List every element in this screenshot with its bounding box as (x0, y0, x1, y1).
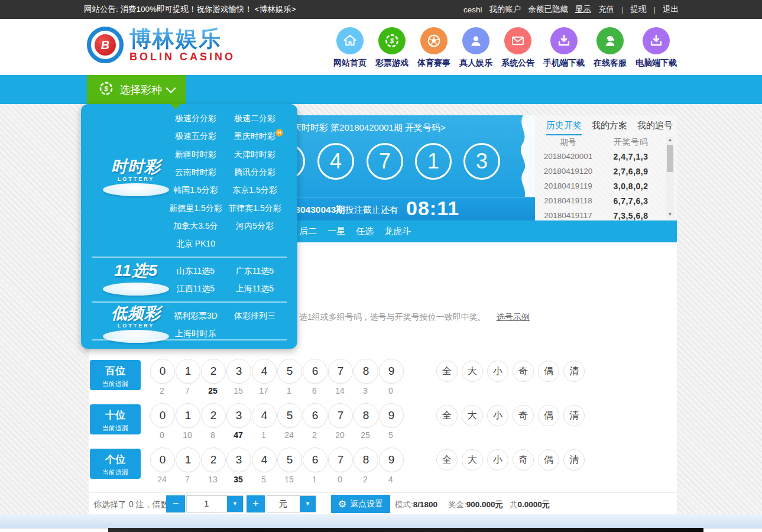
quick-select-button[interactable]: 小 (487, 405, 508, 426)
digit-ball[interactable]: 3 (226, 447, 251, 472)
table-row[interactable]: 201804191193,0,8,0,2 (535, 179, 660, 193)
lottery-link[interactable]: 极速分分彩 (175, 113, 216, 124)
nav-item-soccer[interactable]: 体育赛事 (417, 27, 450, 69)
dropdown-arrow-icon[interactable]: ▼ (300, 496, 316, 512)
table-row[interactable]: 201804191186,7,7,6,3 (535, 193, 660, 208)
digit-ball[interactable]: 5 (277, 359, 302, 384)
lottery-link[interactable]: 极速二分彩 (234, 113, 275, 124)
lottery-link[interactable]: 腾讯分分彩 (234, 167, 275, 178)
digit-ball[interactable]: 2 (201, 447, 226, 472)
digit-ball[interactable]: 4 (252, 359, 277, 384)
digit-ball[interactable]: 0 (150, 359, 175, 384)
digit-ball[interactable]: 7 (328, 359, 353, 384)
quick-select-button[interactable]: 清 (563, 449, 585, 471)
lottery-link[interactable]: 广东11选5 (236, 266, 274, 277)
lottery-select-button[interactable]: $ 选择彩种 (87, 75, 186, 104)
digit-ball[interactable]: 8 (354, 359, 378, 384)
bet-type-tab-0[interactable]: 后二 (299, 226, 317, 237)
digit-ball[interactable]: 8 (354, 447, 378, 472)
lottery-link[interactable]: 加拿大3.5分 (173, 221, 218, 232)
quick-select-button[interactable]: 小 (487, 449, 508, 471)
digit-ball[interactable]: 5 (277, 403, 302, 428)
lottery-link[interactable]: 东京1.5分彩 (232, 185, 277, 196)
logout-link[interactable]: 退出 (663, 4, 679, 15)
quick-select-button[interactable]: 清 (563, 361, 585, 382)
digit-ball[interactable]: 9 (379, 403, 404, 428)
quick-select-button[interactable]: 偶 (538, 361, 559, 382)
scrollbar-thumb[interactable] (667, 145, 673, 172)
nav-item-service[interactable]: 在线客服 (594, 27, 627, 69)
digit-ball[interactable]: 9 (379, 359, 404, 384)
dropdown-arrow-icon[interactable]: ▼ (227, 496, 243, 512)
position-button-0[interactable]: 百位当前遗漏 (90, 360, 141, 390)
digit-ball[interactable]: 2 (201, 359, 226, 384)
nav-item-mail[interactable]: 系统公告 (501, 27, 534, 69)
lottery-link[interactable]: 新疆时时彩 (175, 150, 216, 160)
recharge-link[interactable]: 充值 (598, 4, 614, 15)
digit-ball[interactable]: 0 (150, 447, 175, 472)
digit-ball[interactable]: 1 (176, 447, 200, 472)
rebate-settings-button[interactable]: ⚙ 返点设置 (331, 495, 390, 513)
digit-ball[interactable]: 8 (354, 403, 378, 428)
lottery-link[interactable]: 河内5分彩 (236, 221, 274, 232)
table-row[interactable]: 201804191177,3,5,6,8 (535, 208, 660, 220)
history-tab-1[interactable]: 我的方案 (592, 120, 627, 135)
quick-select-button[interactable]: 大 (462, 449, 483, 471)
quick-select-button[interactable]: 奇 (513, 449, 534, 471)
digit-ball[interactable]: 4 (252, 447, 277, 472)
nav-item-person[interactable]: 真人娱乐 (459, 27, 492, 69)
my-account-link[interactable]: 我的账户 (489, 4, 521, 15)
digit-ball[interactable]: 4 (252, 403, 277, 428)
quick-select-button[interactable]: 奇 (513, 405, 534, 426)
multiplier-plus-button[interactable]: + (247, 495, 265, 512)
unit-select[interactable]: 元 ▼ (267, 495, 316, 512)
withdraw-link[interactable]: 提现 (630, 4, 646, 15)
quick-select-button[interactable]: 全 (436, 361, 458, 382)
history-tab-0[interactable]: 历史开奖 (546, 120, 582, 135)
quick-select-button[interactable]: 奇 (513, 361, 534, 382)
lottery-link[interactable]: 山东11选5 (177, 266, 215, 277)
position-button-1[interactable]: 十位当前遗漏 (90, 404, 141, 434)
quick-select-button[interactable]: 全 (436, 449, 458, 471)
digit-ball[interactable]: 7 (328, 447, 353, 472)
quick-select-button[interactable]: 全 (436, 405, 458, 426)
lottery-link[interactable]: 上海时时乐 (175, 329, 216, 339)
digit-ball[interactable]: 1 (176, 403, 200, 428)
lottery-link[interactable]: 极速五分彩 (175, 131, 216, 142)
quick-select-button[interactable]: 清 (563, 405, 585, 426)
digit-ball[interactable]: 6 (303, 359, 328, 384)
nav-item-download[interactable]: 电脑端下载 (635, 27, 677, 69)
lottery-link[interactable]: 重庆时时彩H (234, 131, 275, 142)
site-logo[interactable]: B 博林娱乐 BOLIN CASINO (87, 27, 235, 63)
lottery-link[interactable]: 天津时时彩 (234, 150, 275, 160)
digit-ball[interactable]: 3 (226, 359, 251, 384)
scrollbar[interactable]: ▲ ▼ (666, 137, 674, 218)
multiplier-select[interactable]: 1 ▼ (186, 495, 244, 512)
lottery-link[interactable]: 江西11选5 (177, 284, 215, 294)
quick-select-button[interactable]: 偶 (538, 449, 559, 471)
quick-select-button[interactable]: 小 (487, 361, 508, 382)
lottery-link[interactable]: 上海11选5 (236, 284, 274, 294)
scroll-down-icon[interactable]: ▼ (666, 211, 674, 218)
bet-type-tab-1[interactable]: 一星 (328, 226, 345, 237)
quick-select-button[interactable]: 大 (462, 361, 483, 382)
position-button-2[interactable]: 个位当前遗漏 (90, 449, 141, 479)
digit-ball[interactable]: 5 (277, 447, 302, 472)
nav-item-download[interactable]: 手机端下载 (543, 27, 585, 69)
digit-ball[interactable]: 6 (303, 447, 328, 472)
nav-item-chip[interactable]: $彩票游戏 (375, 27, 408, 69)
lottery-link[interactable]: 福利彩票3D (174, 311, 218, 322)
multiplier-minus-button[interactable]: − (166, 495, 185, 512)
digit-ball[interactable]: 9 (379, 447, 404, 472)
table-row[interactable]: 201804191202,7,6,8,9 (535, 164, 660, 179)
quick-select-button[interactable]: 偶 (538, 405, 559, 426)
quick-select-button[interactable]: 大 (462, 405, 483, 426)
lottery-link[interactable]: 北京 PK10 (176, 239, 215, 249)
lottery-link[interactable]: 韩国1.5分彩 (173, 185, 218, 196)
lottery-link[interactable]: 新德里1.5分彩 (169, 203, 222, 214)
bet-type-tab-2[interactable]: 任选 (356, 226, 374, 237)
digit-ball[interactable]: 2 (201, 403, 226, 428)
show-balance-link[interactable]: 显示 (575, 4, 591, 15)
table-row[interactable]: 201804200012,4,7,1,3 (535, 149, 660, 164)
history-tab-2[interactable]: 我的追号 (637, 120, 673, 135)
